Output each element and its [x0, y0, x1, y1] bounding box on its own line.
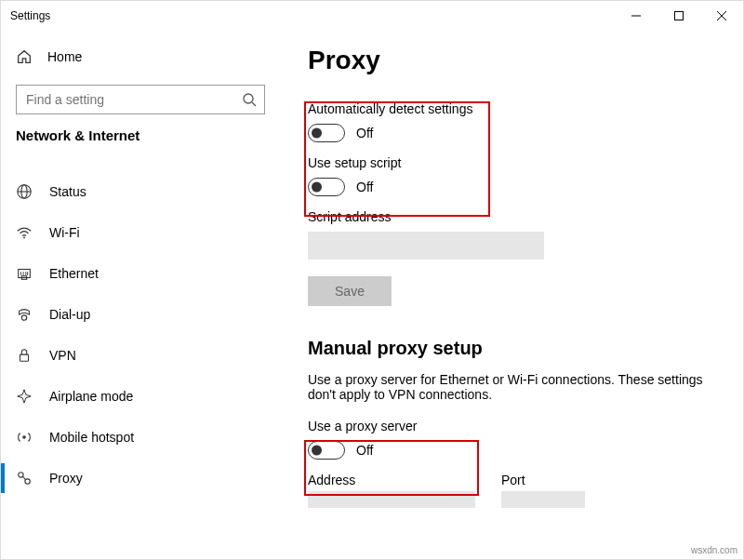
- nav-group-title: Network & Internet: [1, 127, 280, 154]
- close-icon: [717, 11, 726, 20]
- watermark: wsxdn.com: [691, 545, 737, 555]
- setup-script-label: Use setup script: [308, 155, 715, 170]
- sidebar-item-hotspot[interactable]: Mobile hotspot: [1, 417, 280, 458]
- home-nav[interactable]: Home: [1, 38, 280, 75]
- window-controls: [615, 1, 743, 31]
- content-pane: Proxy Automatically detect settings Off …: [280, 31, 743, 559]
- sidebar-item-ethernet[interactable]: Ethernet: [1, 253, 280, 294]
- sidebar-item-label: Mobile hotspot: [49, 430, 134, 445]
- settings-window: Settings Home: [0, 0, 744, 560]
- minimize-icon: [631, 11, 641, 20]
- svg-point-4: [244, 94, 253, 103]
- sidebar-item-proxy[interactable]: Proxy: [1, 458, 280, 499]
- use-proxy-toggle[interactable]: [308, 441, 345, 460]
- script-address-input[interactable]: [308, 232, 544, 260]
- sidebar-item-airplane[interactable]: Airplane mode: [1, 376, 280, 417]
- svg-line-5: [252, 102, 256, 106]
- sidebar: Home Network & Internet Status: [1, 31, 280, 559]
- svg-rect-1: [675, 12, 684, 20]
- search-box[interactable]: [16, 85, 265, 114]
- setup-script-toggle[interactable]: [308, 178, 345, 196]
- vpn-icon: [16, 347, 33, 364]
- ethernet-icon: [16, 265, 33, 282]
- page-title: Proxy: [308, 46, 715, 75]
- svg-point-18: [22, 435, 26, 439]
- nav-list: Status Wi-Fi Ethernet: [1, 171, 280, 499]
- sidebar-item-label: Wi-Fi: [49, 225, 80, 240]
- dialup-icon: [16, 306, 33, 323]
- sidebar-item-dialup[interactable]: Dial-up: [1, 294, 280, 335]
- globe-icon: [16, 183, 33, 200]
- auto-detect-state: Off: [356, 126, 373, 140]
- minimize-button[interactable]: [615, 1, 658, 31]
- manual-section-title: Manual proxy setup: [308, 338, 715, 359]
- sidebar-item-label: Airplane mode: [49, 389, 133, 404]
- svg-point-16: [21, 315, 26, 320]
- home-label: Home: [47, 49, 82, 64]
- script-address-label: Script address: [308, 209, 715, 224]
- setup-script-state: Off: [356, 180, 373, 194]
- sidebar-item-label: VPN: [49, 348, 76, 363]
- port-label: Port: [501, 473, 585, 487]
- use-proxy-label: Use a proxy server: [308, 419, 715, 433]
- sidebar-item-label: Dial-up: [49, 307, 90, 322]
- auto-detect-toggle[interactable]: [308, 124, 345, 142]
- sidebar-item-status[interactable]: Status: [1, 171, 280, 212]
- port-input[interactable]: [501, 491, 585, 508]
- maximize-icon: [674, 11, 684, 20]
- address-col: Address: [308, 473, 475, 508]
- home-icon: [16, 48, 33, 65]
- sidebar-item-label: Status: [49, 184, 86, 199]
- sidebar-item-label: Proxy: [49, 471, 83, 486]
- sidebar-item-label: Ethernet: [49, 266, 99, 281]
- address-input[interactable]: [308, 491, 475, 508]
- save-button[interactable]: Save: [308, 276, 392, 306]
- search-input[interactable]: [17, 86, 264, 113]
- svg-line-21: [22, 476, 26, 480]
- auto-detect-toggle-row: Off: [308, 124, 715, 142]
- search-icon: [242, 92, 257, 107]
- sidebar-item-wifi[interactable]: Wi-Fi: [1, 212, 280, 253]
- window-title: Settings: [10, 9, 50, 22]
- auto-detect-label: Automatically detect settings: [308, 101, 715, 116]
- use-proxy-state: Off: [356, 443, 373, 458]
- address-port-row: Address Port: [308, 473, 715, 508]
- svg-rect-17: [20, 354, 29, 361]
- port-col: Port: [501, 473, 585, 508]
- use-proxy-toggle-row: Off: [308, 441, 715, 460]
- wifi-icon: [16, 224, 33, 241]
- body: Home Network & Internet Status: [1, 31, 743, 559]
- svg-point-9: [23, 237, 25, 239]
- address-label: Address: [308, 473, 475, 487]
- search-wrap: [1, 75, 280, 127]
- close-button[interactable]: [700, 1, 743, 31]
- hotspot-icon: [16, 429, 33, 446]
- sidebar-item-vpn[interactable]: VPN: [1, 335, 280, 376]
- airplane-icon: [16, 388, 33, 405]
- manual-section-desc: Use a proxy server for Ethernet or Wi-Fi…: [308, 372, 708, 402]
- titlebar: Settings: [1, 1, 743, 31]
- maximize-button[interactable]: [658, 1, 700, 31]
- setup-script-toggle-row: Off: [308, 178, 715, 196]
- proxy-icon: [16, 470, 33, 487]
